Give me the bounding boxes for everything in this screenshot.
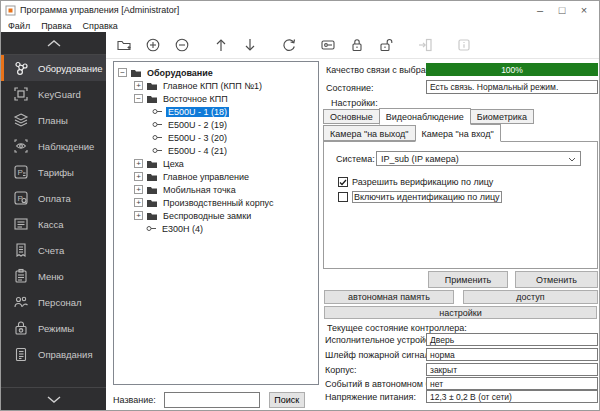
state-label: Состояние:	[326, 83, 373, 93]
folder-icon	[146, 81, 158, 91]
verification-checkbox-label[interactable]: Разрешить верификацию по лицу	[352, 177, 493, 187]
arrow-up-icon	[213, 37, 229, 53]
collapse-icon[interactable]: −	[118, 68, 127, 77]
access-button[interactable]: доступ	[463, 290, 598, 304]
tab-video[interactable]: Видеонаблюдение	[379, 108, 471, 125]
tree-node[interactable]: + Мобильная точка	[114, 183, 318, 196]
minimize-button[interactable]: –	[529, 2, 551, 19]
field-row: Событий в автономном буфере: нет	[324, 377, 598, 390]
tree-node[interactable]: + Беспроводные замки	[114, 209, 318, 222]
sidebar-item-cashdesk[interactable]: Касса	[1, 211, 106, 237]
tariffs-icon: P	[13, 164, 29, 180]
sidebar-item-personnel[interactable]: Персонал	[1, 289, 106, 315]
sidebar-item-excuses[interactable]: Оправдания	[1, 341, 106, 367]
expand-icon[interactable]: +	[134, 185, 143, 194]
cancel-button[interactable]: Отменить	[515, 271, 598, 288]
field-row: Исполнительное устройство: Дверь	[324, 333, 598, 346]
add-device-button[interactable]	[145, 37, 161, 53]
sidebar-item-plans[interactable]: Планы	[1, 107, 106, 133]
refresh-icon	[281, 37, 297, 53]
expand-icon[interactable]: +	[134, 81, 143, 90]
sidebar-item-modes[interactable]: Режимы	[1, 315, 106, 341]
tree-node[interactable]: + Главное управление	[114, 170, 318, 183]
expand-icon[interactable]: +	[134, 172, 143, 181]
add-group-icon	[116, 37, 132, 53]
tree-node[interactable]: E500U - 3 (20)	[114, 131, 318, 144]
move-down-button[interactable]	[242, 37, 258, 53]
excuses-icon	[13, 346, 29, 362]
tree-node[interactable]: − Восточное КПП	[114, 92, 318, 105]
folder-icon	[146, 185, 158, 195]
sidebar-scroll-down[interactable]	[1, 387, 106, 410]
sidebar-item-menu[interactable]: Меню	[1, 263, 106, 289]
info-button[interactable]	[456, 37, 472, 53]
refresh-button[interactable]	[281, 37, 297, 53]
search-input[interactable]	[164, 392, 260, 408]
exit-door-icon	[417, 37, 433, 53]
add-group-button[interactable]	[116, 37, 132, 53]
tab-biometrics[interactable]: Биометрика	[470, 109, 534, 124]
tree-node[interactable]: + Цеха	[114, 157, 318, 170]
sidebar-item-label: KeyGuard	[38, 89, 81, 100]
sidebar-item-monitoring[interactable]: Наблюдение	[1, 133, 106, 159]
autonomous-memory-button[interactable]: автономная память	[324, 290, 454, 304]
system-select[interactable]: IP_sub (IP камера)	[376, 151, 581, 166]
subtab-camera-entry[interactable]: Камера "на вход"	[415, 124, 501, 142]
modes-lock-icon	[13, 320, 29, 336]
search-row: Название: Поиск	[113, 390, 319, 410]
sidebar-item-label: Оправдания	[38, 349, 93, 360]
apply-button[interactable]: Применить	[428, 271, 508, 288]
identification-checkbox[interactable]	[338, 192, 348, 202]
sidebar-item-tariffs[interactable]: P Тарифы	[1, 159, 106, 185]
tree-node-selected[interactable]: E500U - 1 (18)	[114, 105, 318, 118]
folder-icon	[146, 159, 158, 169]
verification-checkbox-row: Разрешить верификацию по лицу	[338, 176, 493, 188]
maximize-button[interactable]: □	[551, 2, 573, 19]
subtab-camera-exit[interactable]: Камера "на выход"	[323, 125, 416, 141]
circle-plus-icon	[145, 37, 161, 53]
reader-button[interactable]	[320, 37, 336, 53]
search-button[interactable]: Поиск	[269, 392, 305, 408]
tree-node[interactable]: + Производственный корпус	[114, 196, 318, 209]
tree-node[interactable]: + Главное КПП (КПП №1)	[114, 79, 318, 92]
close-button[interactable]: ×	[573, 2, 595, 19]
system-label: Система:	[336, 154, 366, 164]
tree-node-root[interactable]: − Оборудование	[114, 66, 318, 79]
remove-device-button[interactable]	[174, 37, 190, 53]
sidebar-item-equipment[interactable]: Оборудование	[1, 55, 106, 81]
move-up-button[interactable]	[213, 37, 229, 53]
sidebar-item-payment[interactable]: P Оплата	[1, 185, 106, 211]
window-title: Программа управления [Administrator]	[20, 5, 179, 15]
tree-node[interactable]: E500U - 2 (19)	[114, 118, 318, 131]
menu-edit[interactable]: Правка	[41, 21, 71, 31]
sidebar-item-accounts[interactable]: Счета	[1, 237, 106, 263]
menu-file[interactable]: Файл	[8, 21, 30, 31]
main-area: − Оборудование + Главное КПП (КПП №1) − …	[106, 32, 599, 410]
unlock-button[interactable]	[378, 37, 394, 53]
sidebar-item-label: Счета	[38, 245, 64, 256]
menu-help[interactable]: Справка	[83, 21, 118, 31]
identification-checkbox-row: Включить идентификацию по лицу	[338, 191, 502, 203]
verification-checkbox[interactable]	[338, 177, 348, 187]
folder-icon	[130, 68, 142, 78]
settings-button[interactable]: настройки	[324, 306, 597, 319]
lock-button[interactable]	[349, 37, 365, 53]
state-value: Есть связь. Нормальный режим.	[426, 80, 598, 94]
system-select-value: IP_sub (IP камера)	[381, 154, 459, 164]
exit-door-button[interactable]	[417, 37, 433, 53]
lock-open-icon	[378, 37, 394, 53]
tab-main[interactable]: Основные	[323, 109, 380, 124]
folder-icon	[146, 198, 158, 208]
sidebar-scroll-up[interactable]	[1, 32, 106, 55]
sidebar-item-label: Персонал	[38, 297, 82, 308]
tree-node[interactable]: E300H (4)	[114, 222, 318, 235]
sidebar-item-keyguard[interactable]: KeyGuard	[1, 81, 106, 107]
tree-node[interactable]: E500U - 4 (21)	[114, 144, 318, 157]
identification-checkbox-label[interactable]: Включить идентификацию по лицу	[352, 191, 502, 203]
collapse-icon[interactable]: −	[134, 94, 143, 103]
expand-icon[interactable]: +	[134, 211, 143, 220]
camera-subtabs: Камера "на выход" Камера "на вход"	[323, 125, 500, 142]
expand-icon[interactable]: +	[134, 159, 143, 168]
circle-minus-icon	[174, 37, 190, 53]
expand-icon[interactable]: +	[134, 198, 143, 207]
